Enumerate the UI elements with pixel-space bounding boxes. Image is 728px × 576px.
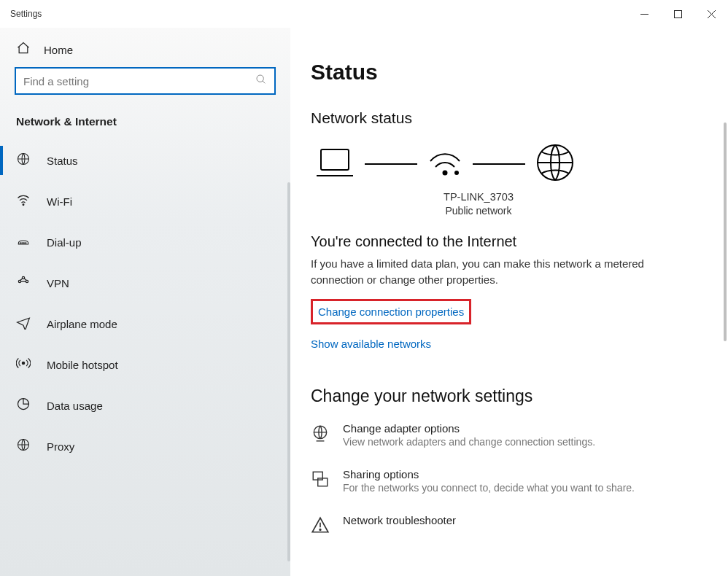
- airplane-icon: [16, 315, 31, 332]
- titlebar: Settings: [0, 0, 728, 28]
- svg-point-13: [26, 280, 28, 282]
- maximize-button[interactable]: [661, 2, 694, 26]
- adapter-icon: [311, 424, 330, 443]
- network-status-heading: Network status: [311, 109, 708, 127]
- sidebar-section-title: Network & Internet: [0, 109, 290, 140]
- laptop-icon: [315, 147, 355, 182]
- network-diagram: [315, 143, 708, 185]
- setting-title: Network troubleshooter: [343, 514, 456, 526]
- sidebar-item-status[interactable]: Status: [0, 140, 290, 181]
- setting-title: Change adapter options: [343, 422, 595, 435]
- change-connection-properties-link[interactable]: Change connection properties: [311, 299, 471, 324]
- page-title: Status: [311, 60, 708, 85]
- globe-icon: [535, 143, 575, 185]
- network-name: TP-LINK_3703: [311, 190, 646, 204]
- svg-point-10: [23, 243, 24, 244]
- datausage-icon: [16, 397, 31, 414]
- content-pane: Status Network status TP-LINK_3703 Publi…: [290, 28, 728, 576]
- proxy-icon: [16, 437, 31, 455]
- nav-label: Wi-Fi: [47, 195, 72, 208]
- setting-sharing-options[interactable]: Sharing options For the networks you con…: [311, 468, 708, 494]
- setting-adapter-options[interactable]: Change adapter options View network adap…: [311, 422, 708, 448]
- connection-line: [473, 163, 525, 165]
- connected-heading: You're connected to the Internet: [311, 233, 708, 250]
- close-button[interactable]: [694, 2, 728, 26]
- setting-troubleshooter[interactable]: Network troubleshooter: [311, 514, 708, 534]
- warning-icon: [311, 515, 330, 534]
- sidebar-item-hotspot[interactable]: Mobile hotspot: [0, 344, 290, 385]
- sidebar-item-dialup[interactable]: Dial-up: [0, 222, 290, 262]
- dialup-icon: [16, 233, 31, 251]
- svg-point-19: [444, 171, 447, 175]
- svg-point-12: [18, 280, 20, 282]
- change-settings-heading: Change your network settings: [311, 386, 708, 406]
- vpn-icon: [16, 274, 31, 292]
- svg-point-9: [22, 243, 23, 244]
- sidebar-item-proxy[interactable]: Proxy: [0, 426, 290, 467]
- search-input[interactable]: [23, 75, 255, 87]
- diagram-labels: TP-LINK_3703 Public network: [311, 190, 646, 219]
- scrollbar-thumb[interactable]: [724, 122, 727, 341]
- svg-point-7: [23, 204, 24, 206]
- nav-label: Dial-up: [47, 236, 82, 249]
- sidebar-item-airplane[interactable]: Airplane mode: [0, 303, 290, 344]
- nav-label: VPN: [47, 277, 69, 289]
- svg-point-11: [26, 243, 26, 244]
- home-icon: [16, 41, 31, 58]
- nav-label: Mobile hotspot: [47, 359, 118, 371]
- content-scrollbar[interactable]: [718, 122, 728, 576]
- nav-label: Airplane mode: [47, 318, 117, 330]
- network-type: Public network: [311, 204, 646, 219]
- home-label: Home: [44, 44, 73, 56]
- svg-point-15: [22, 362, 24, 364]
- search-input-container[interactable]: [15, 67, 276, 95]
- minimize-button[interactable]: [627, 2, 661, 26]
- svg-point-26: [320, 529, 321, 531]
- setting-title: Sharing options: [343, 468, 635, 480]
- svg-rect-18: [321, 149, 349, 170]
- setting-desc: For the networks you connect to, decide …: [343, 482, 635, 494]
- svg-point-4: [257, 75, 263, 82]
- show-available-networks-link[interactable]: Show available networks: [311, 338, 431, 350]
- search-icon: [255, 74, 267, 88]
- svg-line-5: [263, 81, 265, 83]
- nav-label: Data usage: [47, 400, 103, 412]
- connected-desc: If you have a limited data plan, you can…: [311, 256, 690, 289]
- sidebar-item-vpn[interactable]: VPN: [0, 262, 290, 303]
- globe-icon: [16, 152, 31, 169]
- sidebar-item-wifi[interactable]: Wi-Fi: [0, 181, 290, 222]
- hotspot-icon: [16, 356, 31, 373]
- sharing-icon: [311, 470, 330, 489]
- sidebar-item-datausage[interactable]: Data usage: [0, 385, 290, 426]
- wifi-icon: [427, 147, 462, 182]
- connection-line: [365, 163, 417, 165]
- setting-desc: View network adapters and change connect…: [343, 436, 595, 448]
- wifi-icon: [16, 192, 31, 210]
- svg-point-8: [20, 243, 20, 244]
- sidebar: Home Network & Internet Status Wi-Fi Dia…: [0, 28, 290, 576]
- window-title: Settings: [10, 9, 42, 19]
- sidebar-item-home[interactable]: Home: [0, 28, 290, 67]
- nav-label: Status: [47, 155, 78, 167]
- svg-rect-1: [674, 10, 681, 17]
- nav-label: Proxy: [47, 440, 74, 453]
- svg-point-20: [455, 171, 458, 174]
